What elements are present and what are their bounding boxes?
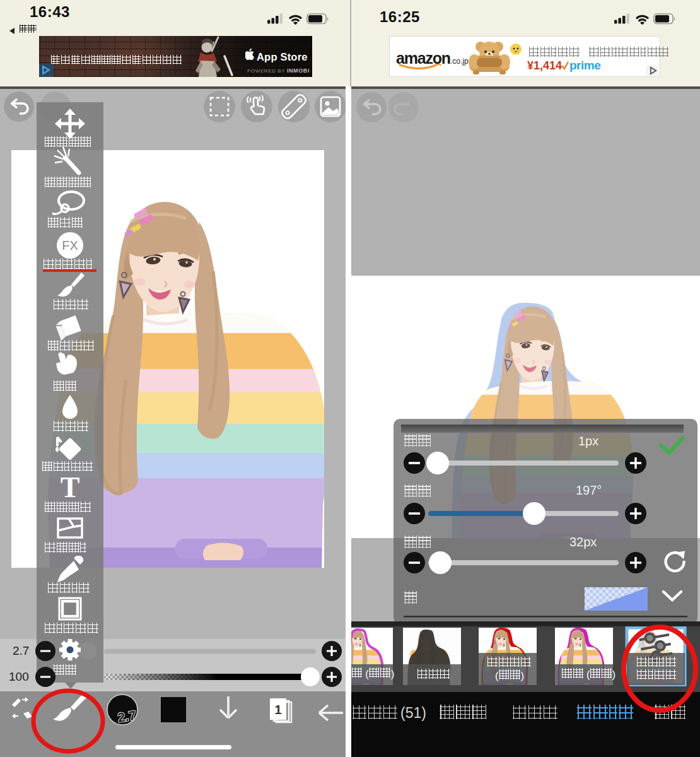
svg-text:1: 1 <box>274 703 281 717</box>
svg-text:FX: FX <box>62 238 78 252</box>
svg-text:2.7: 2.7 <box>117 708 137 725</box>
svg-text:T: T <box>61 471 80 503</box>
